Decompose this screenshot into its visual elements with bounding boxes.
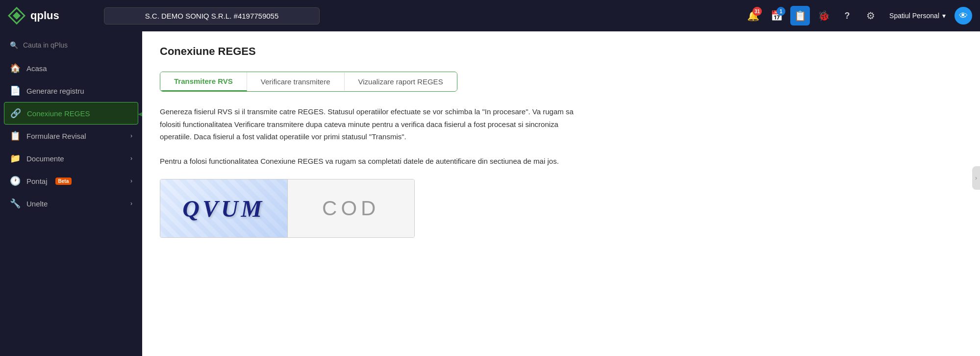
notifications-badge: 31 — [753, 7, 762, 16]
description-block-2: Pentru a folosi functionalitatea Conexiu… — [160, 155, 581, 168]
sidebar-item-label: Formulare Revisal — [26, 132, 86, 140]
tab-transmitere-rvs[interactable]: Transmitere RVS — [160, 72, 247, 91]
sidebar-item-label: Unelte — [26, 200, 48, 208]
captcha-code-placeholder: COD — [288, 179, 415, 237]
tab-verificare-transmitere[interactable]: Verificare transmitere — [247, 73, 345, 91]
workspace-label: Spatiul Personal — [889, 12, 939, 20]
sidebar: 🔍 Cauta in qPlus 🏠 Acasa 📄 Generare regi… — [0, 31, 142, 356]
calendar-badge: 1 — [777, 7, 785, 16]
chevron-right-icon: › — [130, 132, 132, 139]
tab-label: Verificare transmitere — [261, 77, 330, 86]
connection-icon: 🔗 — [10, 108, 21, 119]
captcha-text: QVUM — [182, 195, 265, 222]
search-label: Cauta in qPlus — [23, 41, 68, 49]
folder-icon: 📁 — [10, 153, 21, 164]
captcha-area: QVUM COD — [160, 179, 415, 238]
workspace-selector[interactable]: Spatiul Personal ▾ — [884, 9, 951, 23]
sidebar-item-formulare-revisal[interactable]: 📋 Formulare Revisal › — [0, 125, 142, 147]
page-title: Conexiune REGES — [160, 45, 962, 58]
beta-badge: Beta — [55, 178, 72, 185]
chevron-right-icon: › — [975, 175, 977, 181]
chevron-right-icon: › — [130, 155, 132, 162]
gear-icon: ⚙ — [866, 10, 875, 22]
forms-icon: 📋 — [10, 130, 21, 141]
help-icon: ? — [845, 11, 850, 21]
bug-button[interactable]: 🐞 — [814, 6, 833, 25]
sidebar-item-conexiune-reges[interactable]: 🔗 Conexiune REGES — [4, 102, 138, 125]
captcha-image: QVUM — [160, 179, 288, 237]
clipboard-button[interactable]: 📋 — [790, 6, 810, 25]
help-button[interactable]: ? — [837, 6, 857, 25]
sidebar-item-label: Documente — [26, 154, 64, 163]
sidebar-item-generare-registru[interactable]: 📄 Generare registru — [0, 79, 142, 102]
captcha-code-text: COD — [322, 197, 379, 220]
description-text-1: Genereza fisierul RVS si il transmite ca… — [160, 105, 581, 143]
sidebar-item-wrapper-conexiune: 🔗 Conexiune REGES ◀ — [0, 102, 142, 125]
right-panel-toggle[interactable]: › — [972, 166, 980, 190]
home-icon: 🏠 — [10, 63, 21, 74]
sidebar-item-label: Pontaj — [26, 177, 48, 185]
search-button[interactable]: 🔍 Cauta in qPlus — [0, 37, 142, 57]
topbar: qplus S.C. DEMO SONIQ S.R.L. #4197759055… — [0, 0, 980, 31]
active-arrow-indicator: ◀ — [138, 105, 142, 122]
sidebar-item-label: Acasa — [26, 64, 47, 73]
clock-icon: 🕐 — [10, 176, 21, 186]
chevron-right-icon: › — [130, 178, 132, 184]
description-block-1: Genereza fisierul RVS si il transmite ca… — [160, 105, 581, 143]
logo-text: qplus — [30, 9, 59, 22]
sidebar-item-documente[interactable]: 📁 Documente › — [0, 147, 142, 170]
main-content: Conexiune REGES Transmitere RVS Verifica… — [142, 31, 980, 356]
avatar[interactable]: 👁 — [955, 7, 972, 25]
tab-label: Vizualizare raport REGES — [358, 77, 443, 86]
tab-label: Transmitere RVS — [174, 77, 233, 85]
sidebar-item-pontaj[interactable]: 🕐 Pontaj Beta › — [0, 170, 142, 192]
calendar-button[interactable]: 📅 1 — [767, 6, 786, 25]
tools-icon: 🔧 — [10, 198, 21, 209]
chevron-right-icon: › — [130, 200, 132, 207]
tabs-bar: Transmitere RVS Verificare transmitere V… — [160, 72, 457, 92]
sidebar-item-label: Generare registru — [26, 87, 84, 95]
sidebar-item-acasa[interactable]: 🏠 Acasa — [0, 57, 142, 79]
sidebar-item-label: Conexiune REGES — [27, 109, 90, 118]
search-icon: 🔍 — [10, 41, 18, 49]
topbar-actions: 🔔 31 📅 1 📋 🐞 ? ⚙ Spatiul Personal ▾ — [743, 6, 972, 25]
settings-button[interactable]: ⚙ — [861, 6, 880, 25]
company-selector[interactable]: S.C. DEMO SONIQ S.R.L. #4197759055 — [104, 7, 320, 25]
logo-icon — [8, 7, 25, 25]
sidebar-item-unelte[interactable]: 🔧 Unelte › — [0, 192, 142, 215]
body-layout: 🔍 Cauta in qPlus 🏠 Acasa 📄 Generare regi… — [0, 31, 980, 356]
notifications-button[interactable]: 🔔 31 — [743, 6, 763, 25]
logo: qplus — [8, 7, 96, 25]
bug-icon: 🐞 — [818, 10, 830, 22]
tab-vizualizare-raport[interactable]: Vizualizare raport REGES — [345, 73, 457, 91]
svg-marker-1 — [13, 12, 21, 20]
chevron-down-icon: ▾ — [942, 12, 946, 20]
clipboard-icon: 📋 — [794, 10, 806, 22]
document-icon: 📄 — [10, 85, 21, 96]
description-text-2: Pentru a folosi functionalitatea Conexiu… — [160, 155, 581, 168]
